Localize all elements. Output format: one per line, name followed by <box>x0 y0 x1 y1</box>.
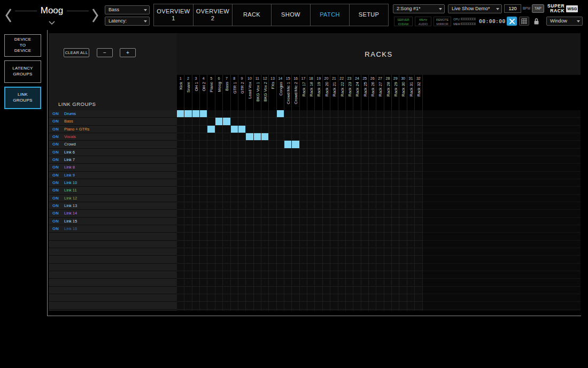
matrix-cell[interactable] <box>215 287 223 294</box>
matrix-cell[interactable] <box>361 294 369 302</box>
matrix-cell[interactable] <box>238 141 246 148</box>
matrix-cell[interactable] <box>399 302 407 309</box>
matrix-cell[interactable] <box>284 294 292 302</box>
matrix-cell[interactable] <box>369 110 376 118</box>
matrix-cell[interactable] <box>215 187 223 194</box>
matrix-cell[interactable] <box>261 110 269 118</box>
matrix-cell[interactable] <box>384 156 392 164</box>
link-group-on-toggle[interactable]: ON <box>52 134 64 139</box>
matrix-cell[interactable] <box>215 133 223 141</box>
matrix-cell[interactable] <box>192 195 200 202</box>
matrix-cell[interactable] <box>215 248 223 256</box>
matrix-cell[interactable] <box>315 187 322 194</box>
matrix-cell[interactable] <box>184 294 192 302</box>
matrix-cell[interactable] <box>300 195 307 202</box>
matrix-cell[interactable] <box>315 218 322 225</box>
matrix-cell[interactable] <box>323 271 330 279</box>
matrix-cell[interactable] <box>369 164 376 171</box>
matrix-cell[interactable] <box>399 164 407 171</box>
matrix-cell[interactable] <box>415 149 422 156</box>
matrix-cell[interactable] <box>184 241 192 248</box>
matrix-cell[interactable] <box>292 294 299 302</box>
matrix-cell[interactable] <box>254 164 261 171</box>
matrix-cell[interactable] <box>338 141 346 148</box>
matrix-cell[interactable] <box>261 241 269 248</box>
matrix-cell[interactable] <box>184 271 192 279</box>
matrix-cell[interactable] <box>192 179 200 187</box>
matrix-cell[interactable] <box>407 156 415 164</box>
matrix-cell[interactable] <box>277 179 284 187</box>
matrix-cell[interactable] <box>254 302 261 309</box>
matrix-cell[interactable] <box>292 126 299 133</box>
matrix-cell[interactable] <box>369 118 376 125</box>
matrix-cell[interactable] <box>315 248 322 256</box>
matrix-cell[interactable] <box>231 141 238 148</box>
matrix-cell[interactable] <box>407 264 415 271</box>
matrix-cell[interactable] <box>346 118 353 125</box>
matrix-cell[interactable] <box>315 172 322 179</box>
matrix-cell[interactable] <box>300 126 307 133</box>
matrix-cell[interactable] <box>207 187 215 194</box>
matrix-cell[interactable] <box>361 141 369 148</box>
matrix-cell[interactable] <box>361 210 369 217</box>
matrix-cell[interactable] <box>353 172 361 179</box>
matrix-cell[interactable] <box>207 126 215 133</box>
matrix-cell[interactable] <box>200 264 207 271</box>
matrix-cell[interactable] <box>207 164 215 171</box>
matrix-cell[interactable] <box>261 202 269 210</box>
matrix-cell[interactable] <box>369 279 376 286</box>
matrix-cell[interactable] <box>254 294 261 302</box>
matrix-cell[interactable] <box>284 202 292 210</box>
matrix-cell[interactable] <box>353 164 361 171</box>
matrix-cell[interactable] <box>338 156 346 164</box>
matrix-cell[interactable] <box>361 133 369 141</box>
matrix-cell[interactable] <box>361 126 369 133</box>
matrix-cell[interactable] <box>207 172 215 179</box>
matrix-cell[interactable] <box>215 202 223 210</box>
matrix-cell[interactable] <box>231 210 238 217</box>
matrix-cell[interactable] <box>177 218 184 225</box>
matrix-cell[interactable] <box>269 202 276 210</box>
matrix-cell[interactable] <box>330 164 338 171</box>
matrix-cell[interactable] <box>207 149 215 156</box>
matrix-cell[interactable] <box>323 225 330 233</box>
matrix-cell[interactable] <box>261 264 269 271</box>
matrix-cell[interactable] <box>277 279 284 286</box>
matrix-cell[interactable] <box>254 179 261 187</box>
matrix-cell[interactable] <box>261 164 269 171</box>
matrix-cell[interactable] <box>346 241 353 248</box>
matrix-cell[interactable] <box>261 195 269 202</box>
matrix-cell[interactable] <box>300 225 307 233</box>
matrix-cell[interactable] <box>323 264 330 271</box>
patch-tool-button[interactable] <box>507 17 517 26</box>
matrix-cell[interactable] <box>231 310 238 311</box>
matrix-cell[interactable] <box>346 225 353 233</box>
tab-show[interactable]: SHOW <box>271 4 310 26</box>
matrix-cell[interactable] <box>238 233 246 240</box>
matrix-cell[interactable] <box>376 233 384 240</box>
matrix-cell[interactable] <box>384 248 392 256</box>
matrix-cell[interactable] <box>376 195 384 202</box>
matrix-cell[interactable] <box>353 233 361 240</box>
matrix-cell[interactable] <box>407 149 415 156</box>
matrix-cell[interactable] <box>369 256 376 263</box>
matrix-cell[interactable] <box>369 294 376 302</box>
matrix-cell[interactable] <box>353 126 361 133</box>
matrix-cell[interactable] <box>207 202 215 210</box>
matrix-cell[interactable] <box>200 110 207 118</box>
matrix-cell[interactable] <box>277 241 284 248</box>
matrix-cell[interactable] <box>392 172 399 179</box>
matrix-cell[interactable] <box>369 210 376 217</box>
matrix-cell[interactable] <box>192 218 200 225</box>
matrix-cell[interactable] <box>277 172 284 179</box>
matrix-cell[interactable] <box>376 218 384 225</box>
matrix-cell[interactable] <box>238 172 246 179</box>
matrix-cell[interactable] <box>353 118 361 125</box>
link-group-on-toggle[interactable]: ON <box>52 111 64 116</box>
matrix-cell[interactable] <box>246 287 253 294</box>
matrix-cell[interactable] <box>330 310 338 311</box>
link-group-on-toggle[interactable]: ON <box>52 119 64 124</box>
next-device-button[interactable] <box>91 7 99 24</box>
sidebar-button-device-to-device[interactable]: DEVICE TO DEVICE <box>4 34 41 57</box>
matrix-cell[interactable] <box>300 302 307 309</box>
